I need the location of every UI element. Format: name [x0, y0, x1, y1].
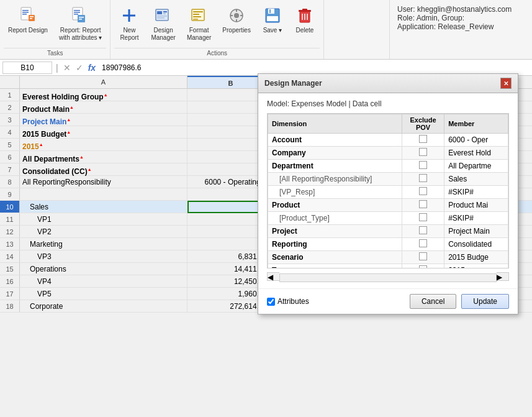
format-mgr-label: FormatManager	[187, 27, 211, 42]
cell-a[interactable]: Consolidated (CC)▲	[20, 163, 187, 176]
cell-a[interactable]: All ReportingResponsibility	[20, 176, 187, 188]
exclude-pov-cell[interactable]	[402, 238, 444, 251]
exclude-pov-checkbox[interactable]	[419, 174, 427, 182]
list-item[interactable]: T 2015	[268, 264, 508, 269]
cell-a[interactable]: Product Main▲	[20, 101, 187, 114]
scroll-left-btn[interactable]: ◀	[267, 272, 279, 281]
exclude-pov-checkbox[interactable]	[419, 213, 427, 221]
svg-rect-6	[30, 18, 32, 19]
svg-rect-26	[193, 19, 198, 20]
cell-reference-input[interactable]: B10	[2, 62, 52, 74]
exclude-pov-cell[interactable]	[402, 134, 444, 147]
svg-rect-18	[163, 11, 167, 12]
dialog-titlebar: Design Manager ✕	[258, 74, 518, 93]
properties-button[interactable]: Properties	[218, 2, 255, 37]
format-manager-button[interactable]: FormatManager	[183, 2, 215, 45]
dimension-cell: [All ReportingResponsibility]	[268, 173, 402, 186]
list-item[interactable]: Project Project Main	[268, 225, 508, 238]
svg-rect-34	[268, 9, 274, 14]
list-item[interactable]: Account 6000 - Oper	[268, 134, 508, 147]
member-cell: All Departme	[444, 160, 508, 173]
fx-icon[interactable]: fx	[87, 63, 97, 73]
exclude-pov-cell[interactable]	[402, 199, 444, 212]
report-attrs-icon	[71, 6, 91, 25]
report-design-button[interactable]: Report Design	[4, 2, 52, 37]
exclude-pov-checkbox[interactable]	[419, 239, 427, 247]
cell-a[interactable]	[20, 188, 187, 201]
exclude-pov-checkbox[interactable]	[419, 135, 427, 143]
dialog-model-label: Model: Expenses Model | Data cell	[267, 99, 509, 108]
exclude-pov-cell[interactable]	[402, 147, 444, 160]
exclude-pov-checkbox[interactable]	[419, 200, 427, 208]
dialog-close-button[interactable]: ✕	[500, 78, 512, 89]
scroll-right-btn[interactable]: ▶	[497, 272, 509, 281]
exclude-pov-checkbox[interactable]	[419, 187, 427, 195]
svg-rect-12	[79, 17, 84, 18]
attributes-checkbox[interactable]	[267, 298, 275, 306]
delete-button[interactable]: Delete	[290, 2, 320, 37]
dimension-cell: Department	[268, 160, 402, 173]
horizontal-scrollbar[interactable]	[279, 273, 497, 282]
account-role: Role: Admin, Group:	[397, 14, 525, 22]
exclude-pov-checkbox[interactable]	[419, 226, 427, 234]
cell-a[interactable]: VP3	[20, 250, 187, 263]
member-cell: #SKIP#	[444, 186, 508, 199]
row-number: 5	[0, 139, 20, 150]
actions-section-label: Actions	[114, 48, 320, 59]
list-item[interactable]: [VP_Resp] #SKIP#	[268, 186, 508, 199]
new-report-button[interactable]: NewReport	[114, 2, 144, 45]
exclude-pov-checkbox[interactable]	[419, 161, 427, 169]
attributes-label[interactable]: Attributes	[277, 297, 309, 306]
list-item[interactable]: Company Everest Hold	[268, 147, 508, 160]
list-item[interactable]: Product Product Mai	[268, 199, 508, 212]
dimension-cell: [VP_Resp]	[268, 186, 402, 199]
exclude-pov-cell[interactable]	[402, 173, 444, 186]
cell-a[interactable]: Sales	[20, 201, 187, 213]
list-item[interactable]: Department All Departme	[268, 160, 508, 173]
cell-a[interactable]: Everest Holding Group▲	[20, 89, 187, 101]
design-manager-dialog: Design Manager ✕ Model: Expenses Model |…	[258, 73, 518, 313]
svg-rect-29	[236, 9, 237, 12]
cell-a[interactable]: Marketing	[20, 238, 187, 250]
cancel-button[interactable]: Cancel	[410, 294, 456, 309]
exclude-pov-cell[interactable]	[402, 251, 444, 264]
cell-a[interactable]: VP5	[20, 288, 187, 300]
row-number: 2	[0, 101, 20, 113]
exclude-pov-checkbox[interactable]	[419, 252, 427, 260]
exclude-pov-cell[interactable]	[402, 225, 444, 238]
list-item[interactable]: [Product_Type] #SKIP#	[268, 212, 508, 225]
list-item[interactable]: Scenario 2015 Budge	[268, 251, 508, 264]
list-item[interactable]: [All ReportingResponsibility] Sales	[268, 173, 508, 186]
dimension-cell: Company	[268, 147, 402, 160]
svg-rect-17	[157, 11, 162, 14]
report-with-attrs-button[interactable]: Report: Reportwith attributes ▾	[55, 2, 106, 45]
cancel-icon[interactable]: ✕	[62, 63, 72, 73]
update-button[interactable]: Update	[461, 294, 509, 309]
dialog-table-scroll[interactable]: Dimension ExcludePOV Member Account 6000…	[267, 113, 509, 268]
exclude-pov-cell[interactable]	[402, 160, 444, 173]
cell-a[interactable]: VP1	[20, 213, 187, 226]
cell-a[interactable]: Operations	[20, 263, 187, 275]
cell-a[interactable]: 2015 Budget▲	[20, 126, 187, 139]
svg-rect-16	[156, 9, 168, 21]
row-number: 4	[0, 126, 20, 138]
cell-a[interactable]: 2015▲	[20, 139, 187, 151]
attributes-checkbox-area: Attributes	[267, 297, 309, 306]
cell-a[interactable]: VP4	[20, 275, 187, 288]
exclude-pov-cell[interactable]	[402, 186, 444, 199]
cell-a[interactable]: All Departments▲	[20, 151, 187, 163]
cell-a[interactable]: Corporate	[20, 300, 187, 313]
exclude-pov-cell[interactable]	[402, 212, 444, 225]
save-button[interactable]: Save ▾	[258, 2, 287, 37]
cell-a[interactable]: Project Main▲	[20, 114, 187, 126]
exclude-pov-cell[interactable]	[402, 264, 444, 269]
confirm-icon[interactable]: ✓	[74, 63, 84, 73]
exclude-pov-checkbox[interactable]	[419, 148, 427, 156]
dimension-cell: Account	[268, 134, 402, 147]
member-cell: 2015 Budge	[444, 251, 508, 264]
design-manager-button[interactable]: DesignManager	[147, 2, 179, 45]
formula-input[interactable]	[99, 62, 530, 73]
cell-a[interactable]: VP2	[20, 226, 187, 238]
exclude-pov-checkbox[interactable]	[419, 265, 427, 268]
list-item[interactable]: Reporting Consolidated	[268, 238, 508, 251]
